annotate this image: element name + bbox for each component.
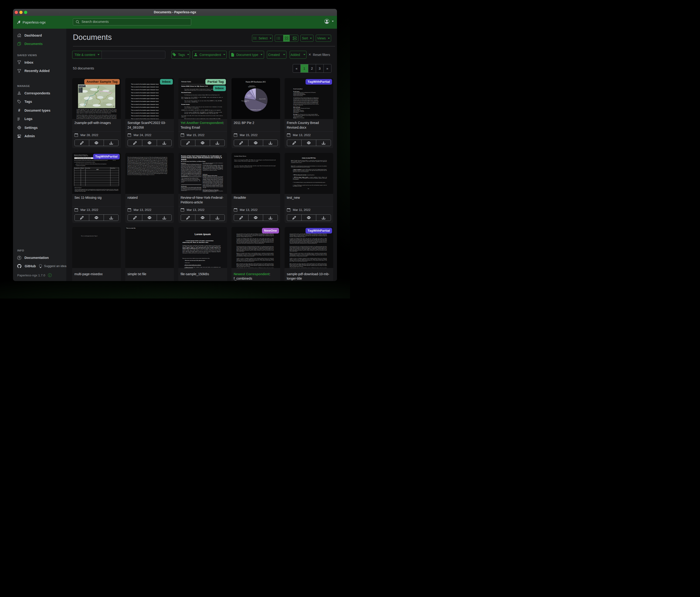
svg-text:Completion Date: Completion Date (75, 168, 80, 168)
svg-text:Google Earth: Google Earth (79, 106, 83, 107)
svg-text:Day 1: Day 1 (80, 89, 81, 89)
svg-text:Day 3: Day 3 (80, 90, 81, 90)
svg-text:Course Name: Course Name (86, 168, 90, 168)
svg-text:by day in BWCA: by day in BWCA (79, 86, 83, 87)
svg-text:Day 2: Day 2 (80, 89, 81, 90)
svg-text:Day 5: Day 5 (80, 91, 81, 92)
svg-text:N\A: N\A (96, 169, 99, 170)
svg-text:Day 4: Day 4 (80, 91, 81, 91)
svg-text:Provider #: Provider # (81, 168, 84, 168)
svg-text:Legend: Legend (79, 88, 81, 89)
svg-text:Boundary Waters Trip: Boundary Waters Trip (79, 85, 87, 86)
svg-text:Day 6: Day 6 (80, 92, 81, 93)
svg-text:Contact Hours: Contact Hours (111, 168, 116, 168)
